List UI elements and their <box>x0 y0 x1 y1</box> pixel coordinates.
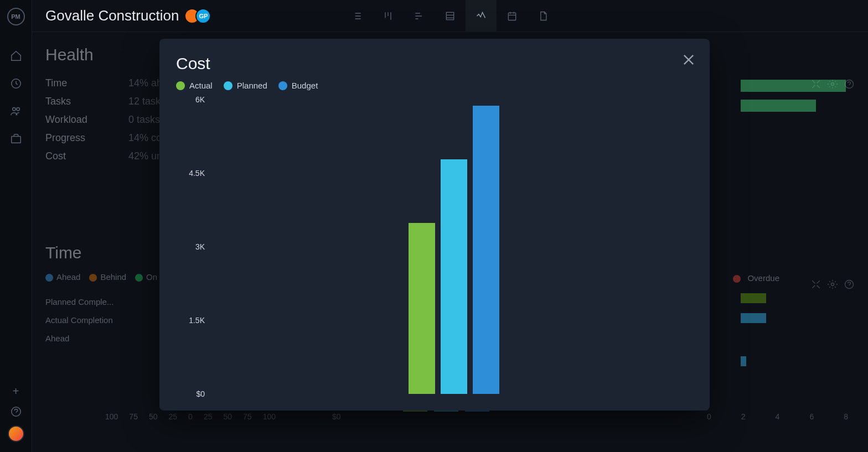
close-icon[interactable] <box>681 52 696 67</box>
bg-bar <box>741 313 766 323</box>
svg-point-1 <box>12 108 15 111</box>
y-tick-label: 6K <box>176 95 205 104</box>
modal-title: Cost <box>176 54 693 73</box>
bg-bar <box>741 293 766 303</box>
cost-modal: Cost Actual Planned Budget 6K4.5K3K1.5K$… <box>159 39 710 411</box>
time-legend: Ahead Behind On T <box>45 272 164 282</box>
left-nav-rail: PM + <box>0 0 32 452</box>
overdue-legend-label: Overdue <box>747 273 779 283</box>
cost-axis-zero: $0 <box>332 412 341 421</box>
chart-plot <box>215 100 693 394</box>
svg-point-9 <box>831 283 834 286</box>
svg-rect-6 <box>508 13 515 20</box>
bg-bar <box>741 100 816 112</box>
chart-bar[interactable] <box>473 106 499 394</box>
chart-bar[interactable] <box>441 159 467 394</box>
view-gantt-icon[interactable] <box>404 0 435 32</box>
view-files-icon[interactable] <box>528 0 559 32</box>
view-sheet-icon[interactable] <box>435 0 466 32</box>
nav-home-icon[interactable] <box>0 42 32 70</box>
time-axis: 1007550250255075100 <box>105 412 276 421</box>
bg-bar <box>741 80 846 92</box>
chart-y-axis: 6K4.5K3K1.5K$0 <box>176 100 205 394</box>
nav-recent-icon[interactable] <box>0 70 32 97</box>
legend-dot-icon <box>224 81 232 90</box>
view-switcher <box>342 0 559 32</box>
view-board-icon[interactable] <box>373 0 404 32</box>
chart-bar[interactable] <box>409 223 435 394</box>
time-panel-title: Time <box>45 243 164 262</box>
view-calendar-icon[interactable] <box>497 0 528 32</box>
svg-rect-3 <box>11 136 20 143</box>
tasks-axis: 02468 <box>707 412 848 421</box>
y-tick-label: $0 <box>176 389 205 398</box>
legend-item: Planned <box>224 81 267 90</box>
topbar: Govalle Construction GP <box>32 0 868 32</box>
user-avatar[interactable] <box>8 425 24 442</box>
chart-legend: Actual Planned Budget <box>176 81 693 90</box>
svg-rect-5 <box>446 12 453 19</box>
y-tick-label: 4.5K <box>176 169 205 178</box>
help-icon[interactable] <box>844 279 855 290</box>
legend-item: Actual <box>176 81 213 90</box>
avatar[interactable]: GP <box>195 8 211 24</box>
y-tick-label: 3K <box>176 242 205 251</box>
gear-icon[interactable] <box>827 279 838 290</box>
overdue-legend-dot <box>733 275 741 283</box>
view-dashboard-icon[interactable] <box>466 0 497 32</box>
cost-chart: 6K4.5K3K1.5K$0 <box>176 100 693 394</box>
nav-portfolio-icon[interactable] <box>0 125 32 153</box>
expand-icon[interactable] <box>810 279 822 290</box>
project-avatars[interactable]: GP <box>189 8 211 24</box>
nav-add-icon[interactable]: + <box>13 385 19 398</box>
time-row-labels: Planned Comple... Actual Completion Ahea… <box>45 293 164 347</box>
nav-people-icon[interactable] <box>0 97 32 125</box>
nav-help-icon[interactable] <box>0 403 32 420</box>
view-list-icon[interactable] <box>342 0 373 32</box>
bg-bar <box>741 356 746 366</box>
chart-bars <box>409 106 499 394</box>
time-panel: Time Ahead Behind On T Planned Comple...… <box>45 243 164 347</box>
legend-dot-icon <box>176 81 185 90</box>
y-tick-label: 1.5K <box>176 316 205 325</box>
app-logo[interactable]: PM <box>7 8 25 25</box>
legend-item: Budget <box>278 81 318 90</box>
svg-point-2 <box>16 108 19 111</box>
project-title: Govalle Construction <box>45 7 179 24</box>
legend-dot-icon <box>278 81 287 90</box>
